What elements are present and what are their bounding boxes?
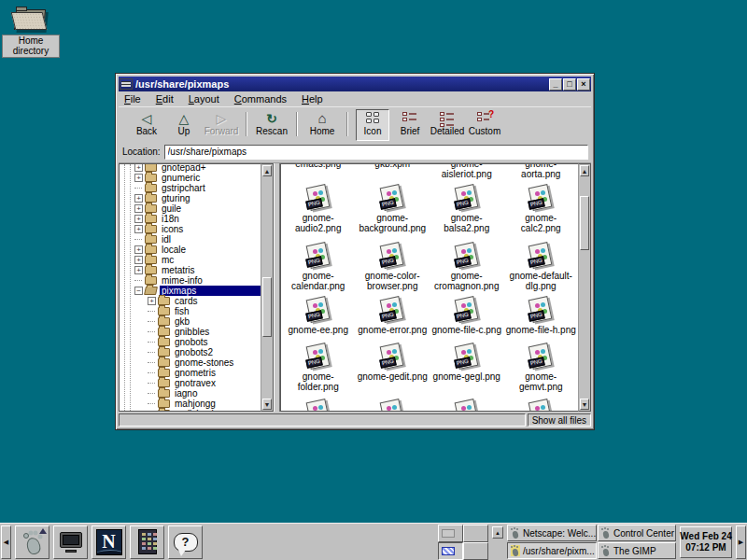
up-button[interactable]: △Up (167, 109, 201, 141)
tree-item-mailcheck[interactable]: mailcheck (120, 409, 261, 412)
tree-item-gturing[interactable]: +gturing (120, 193, 261, 203)
close-button[interactable]: × (577, 78, 590, 91)
file-gnome-calendar.png[interactable]: PNGgnome-calendar.png (281, 243, 356, 291)
location-input[interactable] (164, 145, 588, 160)
tree-item-cards[interactable]: +cards (120, 296, 261, 306)
expand-icon[interactable]: + (134, 204, 143, 213)
titlebar[interactable]: /usr/share/pixmaps _ □ × (119, 77, 591, 91)
file-gnome-calc2.png[interactable]: PNGgnome-calc2.png (504, 185, 579, 233)
file-item[interactable]: PNG (356, 399, 430, 412)
tree-item-pixmaps[interactable]: −pixmaps (120, 286, 261, 296)
file-gnome-aisleriot.png[interactable]: PNGgnome-aisleriot.png (430, 163, 504, 179)
iconview-scroll-thumb[interactable] (580, 196, 589, 250)
file-gnome-folder.png[interactable]: PNGgnome-folder.png (281, 343, 356, 392)
show-all-files[interactable]: Show all files (528, 413, 591, 427)
tree-item-fish[interactable]: fish (120, 306, 261, 316)
expand-icon[interactable]: + (134, 256, 143, 264)
file-gkb.xpm[interactable]: PNGgkb.xpm (356, 163, 430, 179)
keypad-launcher[interactable] (130, 525, 164, 559)
tree-item-gstripchart[interactable]: gstripchart (120, 183, 261, 193)
brief-button[interactable]: Brief (393, 109, 427, 141)
tree-item-gnibbles[interactable]: gnibbles (120, 327, 261, 337)
task-button-netscape-welc-[interactable]: Netscape: Welc... (507, 525, 597, 541)
file-gnome-audio2.png[interactable]: PNGgnome-audio2.png (281, 185, 356, 233)
tree-scrollbar[interactable]: ▲ ▼ (261, 163, 274, 412)
expand-icon[interactable]: + (134, 266, 143, 274)
home-directory-shortcut[interactable]: Home directory (2, 6, 60, 58)
file-item[interactable]: PNG (281, 399, 356, 412)
tree-item-gnometris[interactable]: gnometris (120, 368, 261, 378)
file-gnome-gemvt.png[interactable]: PNGgnome-gemvt.png (504, 343, 579, 392)
pager-desktop-1[interactable] (438, 525, 463, 542)
tree-item-iagno[interactable]: iagno (120, 388, 261, 399)
tree-item-gnobots2[interactable]: gnobots2 (120, 347, 261, 357)
file-gnome-gegl.png[interactable]: PNGgnome-gegl.png (430, 343, 504, 392)
panel-hide-right-button[interactable]: ▶ (736, 525, 746, 559)
tree-item-i18n[interactable]: +i18n (120, 214, 261, 224)
expand-icon[interactable]: + (134, 225, 143, 233)
terminal-launcher[interactable] (53, 525, 88, 559)
scroll-down-icon[interactable]: ▼ (262, 399, 272, 410)
file-item[interactable]: PNG (504, 399, 579, 412)
menu-help[interactable]: Help (302, 93, 323, 105)
iconview-scrollbar[interactable]: ▲ ▼ (578, 163, 591, 412)
expand-icon[interactable]: + (134, 163, 143, 172)
custom-button[interactable]: ?Custom (468, 109, 501, 141)
file-gnome-default-dlg.png[interactable]: PNGgnome-default-dlg.png (504, 243, 579, 291)
tree-item-guile[interactable]: +guile (120, 203, 261, 214)
tree-item-locale[interactable]: +locale (120, 245, 261, 255)
rescan-button[interactable]: ↻Rescan (255, 109, 289, 141)
pager-desktop-2[interactable] (463, 525, 488, 542)
scroll-up-icon[interactable]: ▲ (580, 165, 589, 176)
file-gnome-color-browser.png[interactable]: PNGgnome-color-browser.png (356, 243, 430, 291)
file-gnome-gedit.png[interactable]: PNGgnome-gedit.png (356, 343, 430, 392)
tree-item-metatris[interactable]: +metatris (120, 265, 261, 275)
icon-button[interactable]: Icon (356, 109, 389, 141)
detailed-button[interactable]: Detailed (430, 109, 464, 141)
tree-item-gnumeric[interactable]: +gnumeric (120, 173, 261, 183)
collapse-icon[interactable]: − (134, 287, 143, 295)
tree-item-gnobots[interactable]: gnobots (120, 337, 261, 347)
minimize-button[interactable]: _ (549, 78, 562, 91)
file-item[interactable]: PNG (430, 399, 504, 412)
file-gnome-file-c.png[interactable]: PNGgnome-file-c.png (430, 297, 504, 335)
expand-icon[interactable]: + (134, 215, 143, 223)
window-menu-icon[interactable] (120, 78, 133, 90)
pager-desktop-3-active[interactable] (438, 542, 463, 560)
scroll-up-icon[interactable]: ▲ (262, 165, 272, 176)
file-gnome-file-h.png[interactable]: PNGgnome-file-h.png (504, 297, 579, 335)
pager-desktop-4[interactable] (463, 542, 488, 560)
file-gnome-error.png[interactable]: PNGgnome-error.png (356, 297, 430, 335)
file-gnome-cromagnon.png[interactable]: PNGgnome-cromagnon.png (430, 243, 504, 291)
desk-guide-pager[interactable] (438, 525, 488, 560)
menu-layout[interactable]: Layout (189, 93, 219, 105)
menu-commands[interactable]: Commands (234, 93, 287, 105)
file-gnome-background.png[interactable]: PNGgnome-background.png (356, 185, 430, 233)
tasklist-arrow-button[interactable]: ▲ (492, 526, 503, 539)
tree-item-gnotepad+[interactable]: +gnotepad+ (120, 163, 261, 173)
main-menu-button[interactable] (15, 525, 49, 559)
menu-edit[interactable]: Edit (156, 93, 174, 105)
panel-clock[interactable]: Wed Feb 24 07:12 PM (680, 526, 732, 558)
tree-item-idl[interactable]: idl (120, 234, 261, 245)
tree-item-gkb[interactable]: gkb (120, 316, 261, 327)
tree-item-icons[interactable]: +icons (120, 224, 261, 234)
menu-file[interactable]: File (124, 93, 141, 105)
scroll-down-icon[interactable]: ▼ (580, 399, 589, 410)
file-gnome-balsa2.png[interactable]: PNGgnome-balsa2.png (430, 185, 504, 233)
tree-item-mc[interactable]: +mc (120, 255, 261, 265)
task-button--usr-share-pixm-[interactable]: /usr/share/pixm... (507, 542, 597, 559)
expand-icon[interactable]: + (134, 174, 143, 182)
back-button[interactable]: ◁Back (130, 109, 163, 141)
pane-splitter[interactable] (274, 163, 280, 412)
tree-item-gnome-stones[interactable]: gnome-stones (120, 357, 261, 368)
tree-item-gnotravex[interactable]: gnotravex (120, 378, 261, 388)
expand-icon[interactable]: + (148, 297, 156, 305)
tree-item-mime-info[interactable]: mime-info (120, 275, 261, 286)
file-gnome-aorta.png[interactable]: PNGgnome-aorta.png (504, 163, 579, 179)
tree-scroll-thumb[interactable] (262, 277, 272, 336)
tree-item-mahjongg[interactable]: mahjongg (120, 399, 261, 409)
home-button[interactable]: ⌂Home (305, 109, 339, 141)
panel-hide-left-button[interactable]: ◀ (1, 525, 11, 559)
expand-icon[interactable]: + (134, 245, 143, 254)
